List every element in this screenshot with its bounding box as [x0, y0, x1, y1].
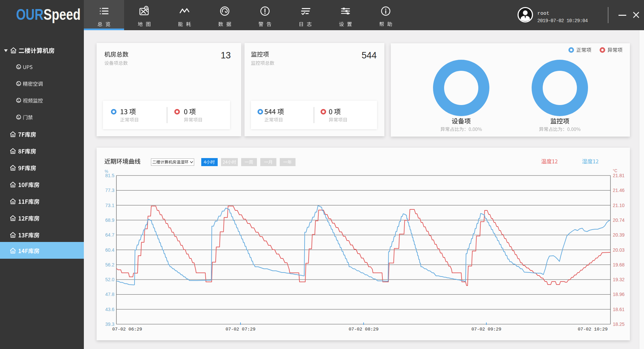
svg-text:07-02 07:29: 07-02 07:29	[225, 327, 255, 332]
svg-text:21.46: 21.46	[613, 188, 625, 193]
svg-text:%: %	[105, 169, 108, 174]
svg-text:07-02 06:29: 07-02 06:29	[112, 327, 142, 332]
svg-text:19.32: 19.32	[613, 277, 625, 282]
svg-text:20.74: 20.74	[613, 217, 625, 223]
svg-text:47.8: 47.8	[105, 292, 114, 297]
svg-text:18.96: 18.96	[613, 292, 625, 297]
svg-text:20.39: 20.39	[613, 232, 625, 238]
svg-text:19.68: 19.68	[613, 262, 625, 267]
svg-text:18.61: 18.61	[613, 307, 625, 312]
svg-text:43.6: 43.6	[105, 307, 114, 312]
svg-text:39.3: 39.3	[105, 321, 114, 327]
svg-text:73.1: 73.1	[105, 203, 114, 208]
svg-text:52.0: 52.0	[105, 277, 114, 282]
svg-text:68.9: 68.9	[105, 217, 114, 223]
svg-text:07-02 09:29: 07-02 09:29	[471, 327, 501, 332]
svg-text:20.03: 20.03	[613, 247, 625, 253]
svg-text:°C: °C	[613, 168, 618, 173]
svg-text:18.25: 18.25	[613, 321, 625, 327]
svg-text:07-02 08:29: 07-02 08:29	[348, 327, 378, 332]
svg-text:21.10: 21.10	[613, 203, 625, 208]
svg-text:77.3: 77.3	[105, 188, 114, 193]
svg-text:60.4: 60.4	[105, 247, 114, 253]
svg-text:56.2: 56.2	[105, 262, 114, 267]
svg-text:21.81: 21.81	[613, 173, 625, 178]
svg-text:07-02 10:29: 07-02 10:29	[578, 327, 607, 332]
svg-text:64.7: 64.7	[105, 232, 114, 238]
